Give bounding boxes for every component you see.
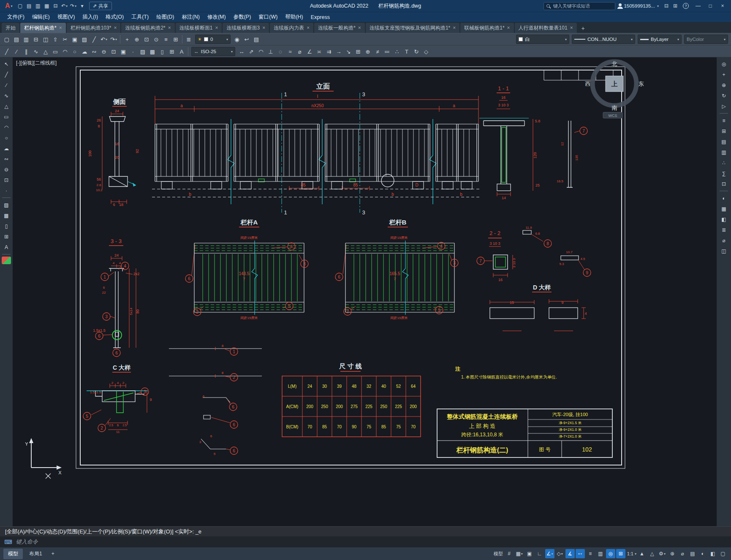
measure-icon[interactable]: ⌀ (719, 235, 729, 245)
object-snap-tracking-icon[interactable]: ∡ (565, 549, 575, 558)
zoom-realtime-icon[interactable]: ⊕ (132, 35, 141, 44)
units-icon[interactable]: ⌀ (678, 549, 687, 558)
dim-linear-icon[interactable]: ↔ (237, 47, 246, 56)
spline-icon[interactable]: ∾ (90, 47, 99, 56)
dim-baseline-icon[interactable]: ⇉ (324, 47, 334, 56)
menu-item[interactable]: 格式(O) (102, 13, 128, 22)
doc-tab[interactable]: 开始 (2, 23, 19, 33)
open-file-icon[interactable]: ▤ (25, 2, 33, 10)
copy-icon[interactable]: ▣ (70, 35, 79, 44)
doc-tab[interactable]: 栏杆钢筋构造*× (20, 23, 66, 33)
make-object-layer-current-icon[interactable]: ◉ (232, 35, 242, 44)
doc-tab[interactable]: 人行道材料数量表101× (515, 23, 577, 33)
doc-tab[interactable]: 连续板横断面1× (176, 23, 222, 33)
revision-cloud-icon[interactable]: ☁ (80, 47, 89, 56)
transparency-icon[interactable]: ▥ (596, 549, 605, 558)
show-motion-icon[interactable]: ▷ (719, 101, 729, 111)
gradient-icon[interactable]: ▩ (1, 211, 11, 220)
dim-text-edit-icon[interactable]: T (402, 47, 411, 56)
layer-properties-icon[interactable]: ≣ (184, 35, 193, 44)
center-mark-icon[interactable]: ⊕ (363, 47, 372, 56)
rectangle-icon[interactable]: ▭ (51, 47, 60, 56)
quick-dim-icon[interactable]: ≍ (315, 47, 324, 56)
save-icon[interactable]: ▥ (22, 35, 31, 44)
arc-icon[interactable]: ◠ (60, 47, 70, 56)
close-tab-icon[interactable]: × (168, 25, 171, 31)
snap-icon[interactable]: ▦▾ (515, 549, 524, 558)
make-block-icon[interactable]: ▣ (119, 47, 128, 56)
properties-icon[interactable]: ≡ (161, 35, 171, 44)
pan-icon[interactable]: + (122, 35, 132, 44)
undo-icon[interactable]: ↶▾ (60, 2, 69, 10)
lineweight-combo[interactable]: ByLayer ▾ (638, 35, 682, 44)
redo-icon[interactable]: ↷▾ (69, 2, 78, 10)
match-properties-icon[interactable]: ╱ (90, 35, 99, 44)
new-layout-button[interactable]: + (49, 549, 57, 558)
materials-icon[interactable]: ▦ (719, 204, 729, 214)
close-tab-icon[interactable]: × (114, 25, 117, 31)
search-input[interactable] (552, 3, 607, 9)
share-button[interactable]: ⇗ 共享 (89, 2, 112, 10)
construction-line-icon[interactable]: ∕ (12, 47, 21, 56)
object-snap-icon[interactable]: ▫▾ (576, 549, 585, 558)
point-icon[interactable]: · (128, 47, 138, 56)
pan-icon[interactable]: + (719, 70, 729, 79)
drawing-canvas[interactable]: [-][俯视][二维线框] (13, 57, 717, 526)
table-icon[interactable]: ⊞ (1, 232, 11, 241)
quickcalc-icon[interactable]: ∑ (719, 168, 729, 178)
orbit-icon[interactable]: ↻ (719, 91, 729, 100)
insert-block-icon[interactable]: ⊡ (1, 175, 11, 185)
line-icon[interactable]: ╱ (1, 70, 11, 79)
designcenter-icon[interactable]: ⊞ (171, 35, 180, 44)
dynamic-input-icon[interactable]: ⊞ (616, 549, 625, 558)
point-icon[interactable]: · (1, 186, 11, 195)
menu-item[interactable]: 参数(P) (230, 13, 255, 22)
external-references-icon[interactable]: ⊡ (719, 179, 729, 189)
save-icon[interactable]: ▥ (34, 2, 42, 10)
close-tab-icon[interactable]: × (59, 25, 62, 31)
menu-item[interactable]: Express (307, 14, 334, 21)
polygon-icon[interactable]: △ (1, 101, 11, 111)
model-space-button[interactable]: 模型 (493, 549, 504, 558)
dim-diameter-icon[interactable]: ⌀ (295, 47, 304, 56)
dim-jogged-icon[interactable]: ≈ (285, 47, 295, 56)
revision-cloud-icon[interactable]: ☁ (1, 143, 11, 153)
redo-icon[interactable]: ↷▾ (109, 35, 118, 44)
ellipse-icon[interactable]: ⊖ (1, 165, 11, 174)
close-tab-icon[interactable]: × (507, 25, 510, 31)
section-plane-icon[interactable]: ◫ (719, 246, 729, 256)
zoom-icon[interactable]: ⊕ (719, 80, 729, 90)
dim-radius-icon[interactable]: ◌ (276, 47, 285, 56)
table-icon[interactable]: ⊞ (167, 47, 177, 56)
arc-icon[interactable]: ◠ (1, 122, 11, 132)
dim-space-icon[interactable]: ≔ (383, 47, 392, 56)
menu-item[interactable]: 帮助(H) (281, 13, 307, 22)
close-tab-icon[interactable]: × (570, 25, 573, 31)
tolerance-icon[interactable]: ⊞ (353, 47, 363, 56)
model-tab[interactable]: 模型 (3, 549, 23, 559)
close-tab-icon[interactable]: × (358, 25, 361, 31)
rectangle-icon[interactable]: ▭ (1, 112, 11, 122)
sheet-set-manager-icon[interactable]: ▥ (719, 147, 729, 157)
isodraft-icon[interactable]: ◇▾ (555, 549, 565, 558)
doc-tab[interactable]: 连续板钢筋构造2*× (121, 23, 174, 33)
dim-update-icon[interactable]: ↻ (412, 47, 421, 56)
markup-set-manager-icon[interactable]: ∴ (719, 158, 729, 168)
zoom-previous-icon[interactable]: ⊙ (152, 35, 161, 44)
dim-break-icon[interactable]: ≠ (373, 47, 382, 56)
annotation-monitor-icon[interactable]: ⊕ (668, 549, 677, 558)
cart-icon[interactable]: ⊟ (662, 2, 671, 10)
quick-properties-icon[interactable]: ▤ (688, 549, 697, 558)
close-tab-icon[interactable]: × (215, 25, 218, 31)
plot-icon[interactable]: ⊟ (52, 2, 60, 10)
menu-item[interactable]: 视图(V) (54, 13, 79, 22)
doc-tab[interactable]: 连续板内力表× (270, 23, 313, 33)
layer-previous-icon[interactable]: ↩ (242, 35, 251, 44)
viewport-controls[interactable]: [-][俯视][二维线框] (16, 60, 57, 67)
text-icon[interactable]: A (1, 242, 11, 252)
gradient-icon[interactable]: ▩ (148, 47, 157, 56)
polar-tracking-icon[interactable]: ∠▾ (545, 549, 554, 558)
plot-preview-icon[interactable]: ◫ (41, 35, 50, 44)
autoscale-icon[interactable]: △ (647, 549, 657, 558)
close-tab-icon[interactable]: × (262, 25, 265, 31)
